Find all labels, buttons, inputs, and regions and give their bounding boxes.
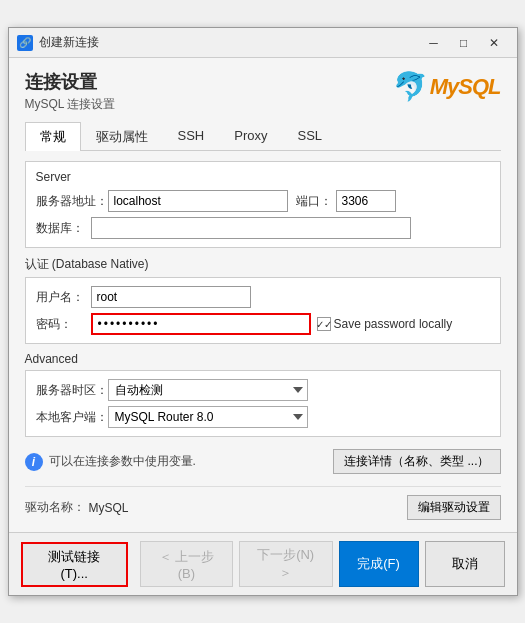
server-section-label: Server — [36, 170, 490, 184]
maximize-button[interactable]: □ — [449, 33, 479, 53]
save-password-checkbox[interactable]: ✓ — [317, 317, 331, 331]
main-title: 连接设置 — [25, 70, 116, 94]
advanced-title: Advanced — [25, 352, 501, 366]
back-button[interactable]: ＜ 上一步(B) — [140, 541, 233, 587]
password-input[interactable] — [91, 313, 311, 335]
minimize-button[interactable]: ─ — [419, 33, 449, 53]
tab-driver[interactable]: 驱动属性 — [81, 122, 163, 151]
save-password-label: Save password locally — [334, 317, 453, 331]
save-password-area: ✓ Save password locally — [317, 317, 453, 331]
auth-section: 认证 (Database Native) 用户名： 密码： ✓ Save pas… — [25, 256, 501, 344]
timezone-row: 服务器时区： 自动检测 UTC Asia/Shanghai — [36, 379, 490, 401]
db-row: 数据库： — [36, 217, 490, 239]
separator — [25, 486, 501, 487]
port-label: 端口： — [296, 193, 332, 210]
cancel-button[interactable]: 取消 — [425, 541, 505, 587]
header-titles: 连接设置 MySQL 连接设置 — [25, 70, 116, 113]
username-input[interactable] — [91, 286, 251, 308]
window-title: 创建新连接 — [39, 34, 419, 51]
user-row: 用户名： — [36, 286, 490, 308]
driver-label-value: MySQL — [89, 501, 129, 515]
driver-label-area: 驱动名称： MySQL — [25, 499, 129, 516]
user-label: 用户名： — [36, 289, 91, 306]
details-button[interactable]: 连接详情（名称、类型 ...） — [333, 449, 500, 474]
info-text: 可以在连接参数中使用变量. — [49, 453, 328, 470]
db-input[interactable] — [91, 217, 411, 239]
title-bar: 🔗 创建新连接 ─ □ ✕ — [9, 28, 517, 58]
header-section: 连接设置 MySQL 连接设置 🐬 MySQL — [25, 70, 501, 113]
close-button[interactable]: ✕ — [479, 33, 509, 53]
timezone-select[interactable]: 自动检测 UTC Asia/Shanghai — [108, 379, 308, 401]
tabs-bar: 常规 驱动属性 SSH Proxy SSL — [25, 121, 501, 151]
host-row: 服务器地址： 端口： — [36, 190, 490, 212]
client-label: 本地客户端： — [36, 409, 108, 426]
tab-general[interactable]: 常规 — [25, 122, 81, 151]
bottom-bar: 测试链接(T)... ＜ 上一步(B) 下一步(N) ＞ 完成(F) 取消 — [9, 532, 517, 595]
tab-ssh[interactable]: SSH — [163, 122, 220, 151]
advanced-section: Advanced 服务器时区： 自动检测 UTC Asia/Shanghai 本… — [25, 352, 501, 437]
window-controls: ─ □ ✕ — [419, 33, 509, 53]
client-select[interactable]: MySQL Router 8.0 None — [108, 406, 308, 428]
port-input[interactable] — [336, 190, 396, 212]
mysql-logo-text: MySQL — [430, 74, 501, 100]
driver-row: 驱动名称： MySQL 编辑驱动设置 — [25, 491, 501, 524]
auth-inner: 用户名： 密码： ✓ Save password locally — [25, 277, 501, 344]
content-area: 连接设置 MySQL 连接设置 🐬 MySQL 常规 驱动属性 SSH Prox… — [9, 58, 517, 532]
tab-proxy[interactable]: Proxy — [219, 122, 282, 151]
next-button[interactable]: 下一步(N) ＞ — [239, 541, 333, 587]
client-row: 本地客户端： MySQL Router 8.0 None — [36, 406, 490, 428]
advanced-inner: 服务器时区： 自动检测 UTC Asia/Shanghai 本地客户端： MyS… — [25, 370, 501, 437]
mysql-dolphin-icon: 🐬 — [393, 70, 428, 103]
test-connection-button[interactable]: 测试链接(T)... — [21, 542, 128, 587]
password-label: 密码： — [36, 316, 91, 333]
password-row: 密码： ✓ Save password locally — [36, 313, 490, 335]
timezone-label: 服务器时区： — [36, 382, 108, 399]
info-bar: i 可以在连接参数中使用变量. 连接详情（名称、类型 ...） — [25, 445, 501, 478]
info-icon: i — [25, 453, 43, 471]
edit-driver-button[interactable]: 编辑驱动设置 — [407, 495, 501, 520]
tab-ssl[interactable]: SSL — [282, 122, 337, 151]
finish-button[interactable]: 完成(F) — [339, 541, 419, 587]
nav-buttons: ＜ 上一步(B) 下一步(N) ＞ 完成(F) 取消 — [140, 541, 505, 587]
driver-label-key: 驱动名称： — [25, 499, 85, 516]
sub-title: MySQL 连接设置 — [25, 96, 116, 113]
main-window: 🔗 创建新连接 ─ □ ✕ 连接设置 MySQL 连接设置 🐬 MySQL 常规… — [8, 27, 518, 596]
mysql-logo: 🐬 MySQL — [393, 70, 501, 103]
auth-title: 认证 (Database Native) — [25, 256, 501, 273]
db-label: 数据库： — [36, 220, 91, 237]
host-input[interactable] — [108, 190, 288, 212]
window-icon: 🔗 — [17, 35, 33, 51]
host-label: 服务器地址： — [36, 193, 108, 210]
server-section: Server 服务器地址： 端口： 数据库： — [25, 161, 501, 248]
